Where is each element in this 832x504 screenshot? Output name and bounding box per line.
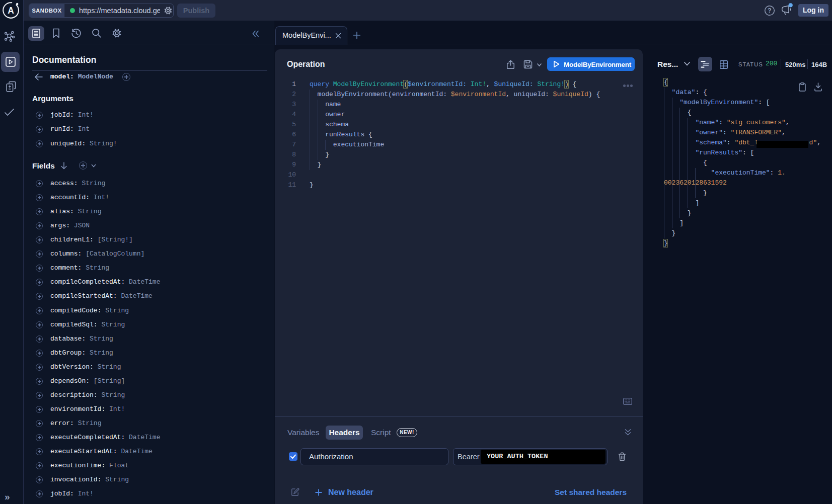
svg-text:A: A — [8, 6, 14, 16]
svg-text:?: ? — [768, 7, 771, 14]
